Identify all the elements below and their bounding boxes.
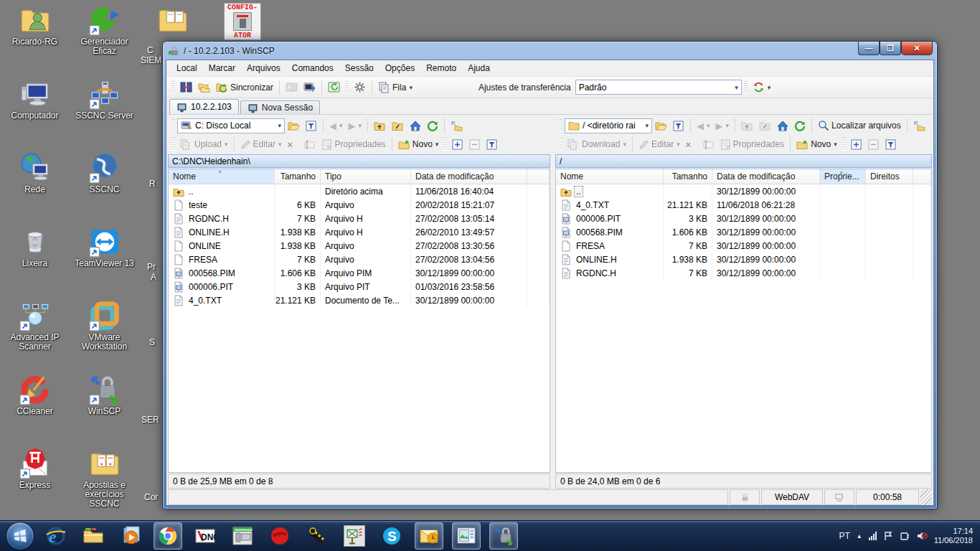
file-row-online[interactable]: ONLINE1.938 KBArquivo27/02/2008 13:30:56	[169, 239, 550, 253]
desktop-icon-siemens-folder[interactable]	[156, 4, 189, 38]
file-row-000568.pim[interactable]: 000568.PIM1.606 KB30/12/1899 00:00:00	[556, 225, 931, 239]
desktop-icon-computador[interactable]: Computador	[2, 75, 68, 149]
desktop-icon-ccleaner[interactable]: CCleaner	[2, 371, 68, 445]
local-back-button[interactable]: ◀▾	[326, 117, 346, 134]
session-tab-10-2-2-103[interactable]: 10.2.2.103	[169, 99, 239, 114]
toolbar-grip[interactable]	[744, 81, 748, 94]
taskbar-windows-explorer[interactable]	[79, 522, 108, 550]
remote-panel-button[interactable]	[325, 79, 343, 96]
taskbar-image-viewer[interactable]	[452, 522, 481, 550]
file-row-4_0.txt[interactable]: 4_0.TXT21.121 KBDocumento de Te...30/12/…	[169, 293, 550, 307]
remote-parent-directory-button[interactable]	[738, 117, 756, 134]
local-parent-directory-button[interactable]	[371, 117, 389, 134]
remote-back-button[interactable]: ◀▾	[694, 117, 713, 134]
menu-sessao[interactable]: Sessão	[339, 61, 380, 75]
remote-home-button[interactable]	[774, 117, 791, 134]
local-select-button[interactable]	[449, 136, 466, 153]
local-delete-button[interactable]: ×	[284, 136, 301, 153]
resize-grip[interactable]	[920, 489, 932, 505]
open-terminal-button[interactable]	[301, 79, 319, 96]
file-row-000568.pim[interactable]: 000568.PIM1.606 KBArquivo PIM30/12/1899 …	[169, 266, 550, 280]
column-header-tipo[interactable]: Tipo	[321, 169, 411, 184]
column-header-data-de-modificac-a-o[interactable]: Data de modificação	[411, 169, 527, 184]
taskbar-chrome[interactable]	[154, 522, 182, 550]
action-center-flag-icon[interactable]	[883, 531, 893, 541]
transfer-preset-button[interactable]: ▾	[750, 79, 774, 96]
local-properties-button[interactable]: Propriedades	[319, 136, 388, 153]
taskbar-heidenhain[interactable]: HEIDENHAIN	[228, 522, 257, 550]
remote-unselect-button[interactable]	[865, 136, 882, 153]
toolbar-grip[interactable]	[171, 81, 175, 94]
local-new-button[interactable]: Novo▾	[395, 136, 442, 153]
desktop-icon-advanced-ip-scanner[interactable]: Advanced IP Scanner	[2, 297, 68, 371]
menu-local[interactable]: Local	[171, 61, 203, 75]
file-row-000006.pit[interactable]: 000006.PIT3 KB30/12/1899 00:00:00	[556, 212, 931, 225]
remote-rename-button[interactable]	[700, 136, 717, 153]
synchronize-browsing-button[interactable]	[195, 79, 213, 96]
local-edit-button[interactable]: Editar▾	[237, 136, 285, 153]
taskbar-winscp[interactable]	[489, 522, 518, 550]
remote-new-button[interactable]: Novo▾	[793, 136, 840, 153]
taskbar-media-player[interactable]	[116, 522, 145, 550]
local-path-bar[interactable]: C:\DNC\Heidenhain\	[168, 154, 550, 168]
language-indicator[interactable]: PT	[839, 531, 849, 541]
hidden-icons-chevron[interactable]: ▲	[857, 533, 862, 540]
preferences-button[interactable]	[351, 79, 369, 96]
taskbar-skype[interactable]: S	[377, 522, 406, 550]
local-drive-combo[interactable]: C: Disco Local ▾	[177, 118, 285, 133]
protocol-indicator[interactable]: WebDAV	[761, 489, 823, 505]
column-header-tamanho[interactable]: Tamanho	[664, 169, 712, 184]
file-row-parent[interactable]: ..Diretório acima11/06/2018 16:40:04	[169, 184, 550, 198]
session-tab-nova-sess-o[interactable]: Nova Sessão	[240, 100, 320, 114]
local-filter-button[interactable]	[303, 117, 320, 134]
remote-properties-button[interactable]: Propriedades	[717, 136, 787, 153]
transfer-settings-combo[interactable]: Padrão ▾	[575, 80, 742, 95]
local-add-symlink-button[interactable]	[448, 117, 466, 134]
taskbar-internet-explorer[interactable]: e	[42, 522, 70, 550]
removable-device-icon[interactable]	[900, 531, 910, 541]
taskbar-dnc-app[interactable]: DNC	[191, 522, 220, 550]
desktop-icon-sscnc[interactable]: SSCNC	[72, 149, 138, 223]
taskbar-ncnet[interactable]: NCnet	[340, 522, 369, 550]
menu-arquivos[interactable]: Arquivos	[241, 61, 286, 75]
synchronize-button[interactable]: Sincronizar	[213, 79, 276, 96]
remote-add-symlink-button[interactable]	[910, 117, 928, 134]
desktop-icon-teamviewer-13[interactable]: TeamViewer 13	[72, 223, 138, 297]
desktop-icon-ricardo-rg[interactable]: Ricardo-RG	[2, 1, 68, 75]
maximize-button[interactable]: ❐	[880, 42, 901, 55]
menu-ajuda[interactable]: Ajuda	[462, 61, 496, 75]
desktop-icon-apostilas-e-exerc-cios-sscnc[interactable]: Apostilas e exercícios SSCNC	[72, 445, 138, 519]
compare-panels-button[interactable]	[177, 79, 195, 96]
remote-forward-button[interactable]: ▶▾	[713, 117, 732, 134]
menu-comandos[interactable]: Comandos	[286, 61, 339, 75]
desktop-icon-configurator[interactable]: CONFIG- ATOR	[224, 3, 261, 40]
remote-directory-combo[interactable]: / <diretório rai ▾	[565, 118, 652, 133]
file-row-parent[interactable]: ..30/12/1899 00:00:00	[556, 184, 931, 198]
start-button[interactable]	[6, 522, 34, 550]
network-signal-icon[interactable]	[869, 532, 877, 540]
remote-select-button[interactable]	[848, 136, 865, 153]
local-home-button[interactable]	[407, 117, 424, 134]
remote-filter-button[interactable]	[670, 117, 687, 134]
local-rename-button[interactable]	[301, 136, 319, 153]
desktop-icon-gerenciador-eficaz[interactable]: Gerenciador Eficaz	[72, 1, 138, 75]
desktop-icon-rede[interactable]: Rede	[2, 149, 68, 223]
column-header-nome[interactable]: Nome	[556, 169, 664, 184]
column-header-data-de-modificac-a-o[interactable]: Data de modificação	[712, 169, 820, 184]
remote-path-bar[interactable]: /	[555, 154, 932, 168]
remote-open-directory-button[interactable]	[652, 117, 670, 134]
column-header-nome[interactable]: Nome▾	[169, 169, 275, 184]
minimize-button[interactable]: —	[858, 42, 880, 55]
queue-button[interactable]: Fila▾	[375, 79, 415, 96]
remote-delete-button[interactable]: ×	[683, 136, 700, 153]
menu-remoto[interactable]: Remoto	[420, 61, 462, 75]
clock[interactable]: 17:14 11/06/2018	[934, 527, 973, 545]
local-forward-button[interactable]: ▶▾	[346, 117, 365, 134]
close-button[interactable]: ✕	[901, 42, 933, 55]
local-open-directory-button[interactable]	[285, 117, 303, 134]
desktop-icon-winscp[interactable]: WinSCP	[72, 371, 138, 445]
file-row-fresa[interactable]: FRESA7 KBArquivo27/02/2008 13:04:56	[169, 253, 550, 266]
taskbar-red-app[interactable]	[265, 522, 294, 550]
menu-marcar[interactable]: Marcar	[203, 61, 241, 75]
file-row-rgdnc.h[interactable]: RGDNC.H7 KBArquivo H27/02/2008 13:05:14	[169, 212, 550, 225]
